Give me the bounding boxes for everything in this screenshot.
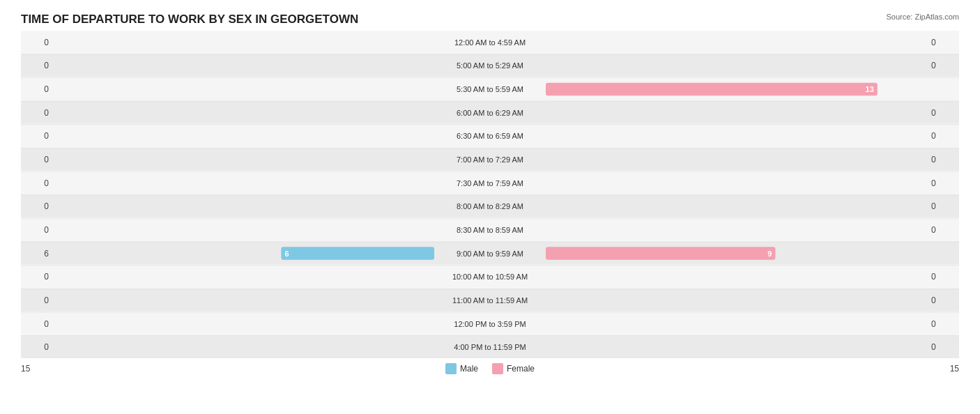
svg-text:4:00 PM to 11:59 PM: 4:00 PM to 11:59 PM [454, 343, 526, 351]
svg-text:12:00 AM to 4:59 AM: 12:00 AM to 4:59 AM [454, 38, 526, 47]
svg-text:7:30 AM to 7:59 AM: 7:30 AM to 7:59 AM [457, 179, 523, 187]
svg-text:0: 0 [44, 178, 49, 188]
svg-text:0: 0 [931, 178, 936, 188]
svg-text:6:00 AM to 6:29 AM: 6:00 AM to 6:29 AM [457, 109, 523, 117]
svg-text:12:00 PM to 3:59 PM: 12:00 PM to 3:59 PM [454, 320, 526, 328]
svg-text:5:30 AM to 5:59 AM: 5:30 AM to 5:59 AM [457, 85, 523, 93]
svg-text:0: 0 [44, 84, 49, 94]
svg-text:0: 0 [931, 319, 936, 329]
svg-rect-9 [546, 83, 878, 96]
chart-area: 0012:00 AM to 4:59 AM005:00 AM to 5:29 A… [21, 31, 959, 359]
axis-min: 15 [21, 364, 30, 374]
male-label: Male [460, 364, 478, 374]
svg-text:7:00 AM to 7:29 AM: 7:00 AM to 7:29 AM [457, 155, 523, 164]
legend-male: Male [445, 363, 478, 374]
svg-text:0: 0 [931, 131, 936, 141]
svg-text:0: 0 [931, 342, 936, 352]
source-text: Source: ZipAtlas.com [886, 13, 959, 21]
svg-text:10:00 AM to 10:59 AM: 10:00 AM to 10:59 AM [452, 273, 528, 281]
svg-text:5:00 AM to 5:29 AM: 5:00 AM to 5:29 AM [457, 61, 523, 70]
svg-text:9: 9 [767, 250, 772, 258]
chart-footer: 15 Male Female 15 [21, 363, 959, 374]
svg-text:0: 0 [931, 225, 936, 235]
svg-rect-38 [281, 247, 434, 260]
svg-text:6:30 AM to 6:59 AM: 6:30 AM to 6:59 AM [457, 132, 523, 140]
svg-text:0: 0 [44, 108, 49, 118]
svg-text:0: 0 [931, 296, 936, 305]
svg-text:13: 13 [866, 85, 874, 93]
svg-text:0: 0 [44, 272, 49, 282]
svg-rect-39 [546, 247, 775, 260]
axis-max: 15 [950, 364, 959, 374]
svg-text:8:00 AM to 8:29 AM: 8:00 AM to 8:29 AM [457, 202, 523, 210]
legend: Male Female [445, 363, 535, 374]
svg-text:0: 0 [44, 296, 49, 305]
chart-title: TIME OF DEPARTURE TO WORK BY SEX IN GEOR… [21, 13, 959, 26]
svg-text:6: 6 [44, 249, 49, 259]
legend-female: Female [492, 363, 535, 374]
svg-text:0: 0 [931, 201, 936, 211]
svg-text:0: 0 [931, 38, 936, 47]
svg-text:0: 0 [44, 225, 49, 235]
svg-text:9:00 AM to 9:59 AM: 9:00 AM to 9:59 AM [457, 250, 523, 258]
svg-text:0: 0 [44, 61, 49, 70]
svg-text:0: 0 [44, 155, 49, 164]
svg-text:0: 0 [931, 155, 936, 164]
svg-text:0: 0 [931, 61, 936, 70]
male-swatch [445, 363, 457, 374]
chart-container: TIME OF DEPARTURE TO WORK BY SEX IN GEOR… [0, 0, 980, 414]
svg-text:0: 0 [44, 319, 49, 329]
female-swatch [492, 363, 503, 374]
svg-text:11:00 AM to 11:59 AM: 11:00 AM to 11:59 AM [452, 296, 528, 305]
svg-text:0: 0 [931, 272, 936, 282]
female-label: Female [507, 364, 535, 374]
chart-svg: 0012:00 AM to 4:59 AM005:00 AM to 5:29 A… [21, 31, 959, 359]
svg-text:6: 6 [284, 250, 289, 258]
svg-text:0: 0 [44, 131, 49, 141]
svg-text:0: 0 [931, 108, 936, 118]
svg-text:0: 0 [44, 201, 49, 211]
svg-text:0: 0 [44, 342, 49, 352]
svg-text:8:30 AM to 8:59 AM: 8:30 AM to 8:59 AM [457, 226, 523, 234]
svg-text:0: 0 [44, 38, 49, 47]
